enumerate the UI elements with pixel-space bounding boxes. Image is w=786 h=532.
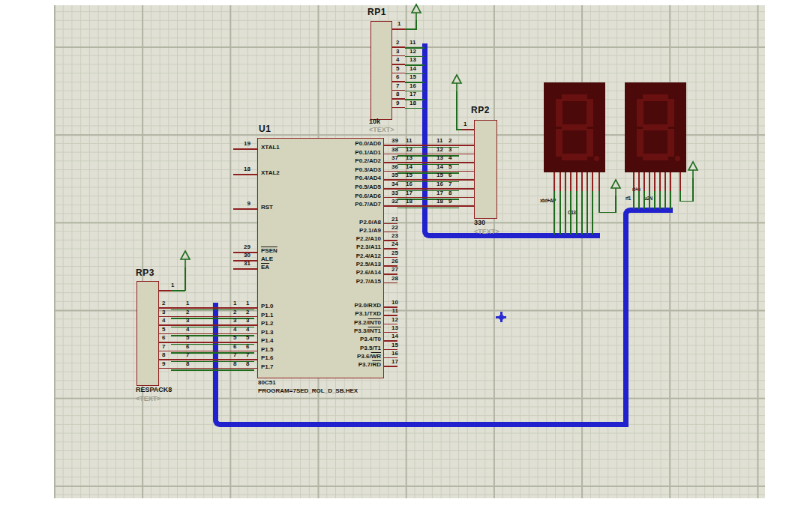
net-wire[interactable] [171, 369, 254, 371]
net-wire[interactable] [570, 191, 572, 235]
net-wire[interactable] [592, 191, 593, 235]
net-wire[interactable] [405, 108, 424, 109]
display-pin-stub [565, 172, 566, 191]
u1-pin-label: P0.2/AD2 [314, 158, 381, 164]
net-label: 3 [186, 318, 189, 324]
net-wire[interactable] [633, 191, 634, 209]
net-wire[interactable] [456, 91, 458, 130]
net-label: 13 [410, 57, 416, 63]
rp1-pin-number: 7 [396, 83, 399, 89]
net-wire[interactable] [644, 191, 645, 209]
u1-pin-number: 8 [246, 361, 249, 367]
net-label: 4 [233, 327, 236, 333]
rp3-text-placeholder: <TEXT> [136, 396, 161, 402]
u1-pin-label: P0.0/AD0 [314, 141, 381, 147]
net-label: 4 [186, 327, 189, 333]
pin-wire-red [159, 333, 257, 335]
display-pin-stub [586, 172, 588, 191]
net-wire[interactable] [649, 191, 650, 209]
u1-pin-label: P2.3/A11 [314, 244, 381, 250]
net-wire[interactable] [659, 191, 661, 209]
net-label: 16 [410, 83, 416, 89]
net-wire[interactable] [654, 191, 656, 209]
u1-pin-number: 24 [385, 241, 398, 247]
net-label: 3 [233, 318, 236, 324]
tiny-label: rf1 [626, 196, 631, 202]
rp3-pin-number: 1 [171, 282, 174, 288]
u1-pin-label: P0.1/AD1 [314, 150, 381, 156]
u1-pin-label: P3.2/INT0 [314, 320, 381, 326]
bus-wire-right[interactable] [623, 208, 673, 427]
rp1-pin-number: 2 [396, 40, 399, 46]
net-wire[interactable] [680, 201, 694, 202]
rp2-body[interactable] [474, 120, 497, 219]
net-wire[interactable] [598, 191, 600, 213]
segment-a [562, 94, 587, 101]
net-wire[interactable] [171, 318, 254, 319]
net-wire[interactable] [171, 361, 254, 363]
u1-pin-number: 16 [385, 351, 398, 357]
u1-pin-label: P2.0/A8 [314, 220, 381, 226]
display-pin-stub [644, 172, 645, 191]
u1-pin-label: PSEN [261, 248, 278, 254]
rp2-pin-number: 9 [448, 199, 452, 205]
u1-pin-label: P2.7/A15 [314, 279, 381, 285]
power-terminal-icon[interactable] [686, 160, 700, 182]
net-wire[interactable] [560, 191, 561, 235]
net-wire[interactable] [171, 352, 254, 354]
u1-pin-label: P1.2 [261, 321, 273, 327]
display-pin-stub [598, 172, 600, 191]
net-wire[interactable] [586, 191, 588, 235]
rp3-pin-number: 5 [162, 327, 165, 333]
net-wire[interactable] [680, 191, 681, 201]
power-terminal-icon[interactable] [450, 73, 464, 95]
u1-pin-number: 34 [385, 181, 398, 187]
power-terminal-icon[interactable] [609, 178, 622, 200]
net-wire[interactable] [598, 212, 616, 214]
rp2-pin-number: 6 [448, 172, 452, 178]
rp2-pin-number: 1 [464, 121, 466, 127]
segment-c [668, 129, 674, 157]
u1-pin-number: 10 [385, 300, 398, 306]
u1-pin-number: 39 [385, 138, 398, 144]
power-terminal-icon[interactable] [410, 2, 423, 25]
u1-pin-number: 33 [385, 190, 398, 196]
net-wire[interactable] [565, 191, 566, 235]
net-wire[interactable] [554, 191, 555, 235]
net-label: 15 [436, 172, 443, 178]
rp2-text-placeholder: <TEXT> [474, 229, 500, 235]
u1-pin-label: P0.4/AD4 [314, 175, 381, 181]
seven-seg-display-1[interactable] [544, 82, 605, 172]
rp3-pin-number: 3 [162, 309, 165, 315]
seven-seg-display-2[interactable] [625, 82, 686, 172]
rp3-body[interactable] [136, 281, 159, 386]
net-wire[interactable] [638, 191, 640, 209]
net-wire[interactable] [670, 191, 671, 209]
net-wire[interactable] [171, 335, 254, 336]
u1-pin-label: P1.0 [261, 303, 273, 309]
u1-program-text: PROGRAM=7SED_ROL_D_SB.HEX [258, 388, 358, 394]
net-wire[interactable] [171, 309, 254, 311]
net-wire[interactable] [581, 191, 583, 235]
net-label: 14 [436, 164, 443, 170]
power-terminal-icon[interactable] [178, 249, 192, 271]
rp1-body[interactable] [370, 21, 392, 120]
net-wire[interactable] [664, 191, 666, 209]
net-label: 18 [406, 199, 412, 205]
display-pin-stub [576, 172, 578, 191]
u1-pin-label: P3.5/T1 [314, 345, 381, 351]
u1-pin-number: 21 [385, 217, 398, 223]
net-wire[interactable] [171, 290, 185, 291]
display-pin-stub [633, 172, 634, 191]
net-wire[interactable] [171, 327, 254, 328]
net-wire[interactable] [398, 208, 459, 209]
u1-pin-label: EA [261, 265, 269, 270]
u1-pin-number: 6 [246, 344, 249, 350]
display-pin-stub [659, 172, 661, 191]
net-wire[interactable] [171, 344, 254, 345]
net-wire[interactable] [576, 191, 578, 235]
net-label: 17 [406, 190, 412, 196]
net-label: 12 [410, 49, 416, 55]
rp3-pin-number: 4 [162, 318, 165, 324]
u1-pin-number: 2 [246, 309, 249, 315]
